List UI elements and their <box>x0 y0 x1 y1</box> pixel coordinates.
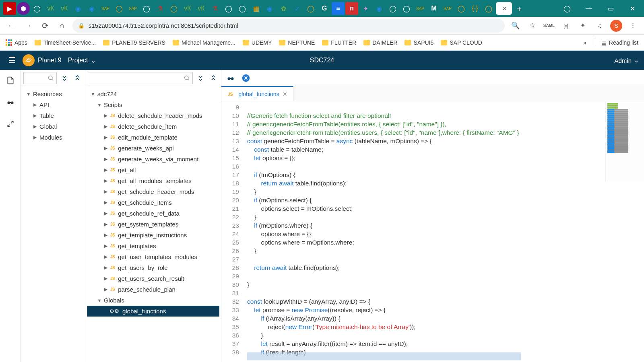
json-icon[interactable]: {▪} <box>559 19 572 32</box>
expand-all-button[interactable] <box>195 73 206 83</box>
browser-tab[interactable]: ◯ <box>482 2 495 15</box>
script-item[interactable]: JSget_users_search_result <box>87 273 219 284</box>
browser-tab[interactable]: ✦ <box>359 2 372 15</box>
script-item[interactable]: JSget_all <box>87 165 219 175</box>
expand-icon[interactable] <box>4 117 17 130</box>
browser-tab[interactable]: ◯ <box>386 2 399 15</box>
new-tab-button[interactable]: ＋ <box>513 2 526 15</box>
script-item[interactable]: JSgenerate_weeks_api <box>87 143 219 154</box>
code-content[interactable]: //Generic fetch function select and filt… <box>243 101 644 362</box>
apps-button[interactable]: Apps <box>6 39 27 46</box>
tree-node[interactable]: API <box>23 99 83 110</box>
collapse-all-button[interactable] <box>72 73 83 83</box>
minimize-button[interactable]: ― <box>580 2 597 15</box>
hamburger-menu[interactable]: ☰ <box>5 56 19 65</box>
script-item[interactable]: JSget_users_by_role <box>87 262 219 273</box>
close-window-button[interactable]: ✕ <box>624 2 641 15</box>
binoculars-icon[interactable] <box>4 96 17 109</box>
browser-tab[interactable]: ◯ <box>236 2 249 15</box>
browser-tab-active[interactable]: ✕ <box>496 2 512 15</box>
zoom-icon[interactable]: 🔍 <box>509 19 522 32</box>
browser-tab[interactable]: {·} <box>469 2 481 15</box>
reading-list-button[interactable]: ▤ Reading list <box>601 39 638 46</box>
browser-tab[interactable]: ◯ <box>113 2 126 15</box>
binoculars-icon[interactable] <box>225 73 236 83</box>
browser-tab[interactable]: ▦ <box>250 2 262 15</box>
script-item[interactable]: JSget_template_instructions <box>87 230 219 241</box>
browser-tab[interactable]: ◉ <box>373 2 386 15</box>
browser-tab[interactable]: SAP <box>126 2 139 15</box>
close-icon[interactable]: ✕ <box>502 5 507 12</box>
browser-tab[interactable]: SAP <box>441 2 454 15</box>
browser-tab[interactable]: п <box>345 2 358 15</box>
maximize-button[interactable]: ▭ <box>602 2 619 15</box>
back-button[interactable]: ← <box>5 19 18 32</box>
browser-tab[interactable]: ▶ <box>3 2 16 15</box>
reload-button[interactable]: ⟳ <box>39 19 52 32</box>
browser-tab[interactable]: M <box>427 2 440 15</box>
browser-tab[interactable]: ◯ <box>222 2 235 15</box>
minimap[interactable] <box>605 101 644 182</box>
browser-tab[interactable]: ◉ <box>72 2 85 15</box>
script-item[interactable]: JSgenerate_weeks_via_moment <box>87 154 219 165</box>
script-item[interactable]: JSparse_schedule_plan <box>87 284 219 295</box>
browser-tab[interactable]: ◯ <box>31 2 43 15</box>
browser-tab[interactable]: ◯ <box>455 2 468 15</box>
tree-node-globals[interactable]: Globals <box>87 295 219 306</box>
script-item[interactable]: JSget_system_templates <box>87 219 219 230</box>
tree-node[interactable]: Table <box>23 110 83 121</box>
close-icon[interactable]: ✕ <box>283 91 287 97</box>
browser-tab[interactable]: SAP <box>99 2 112 15</box>
script-item[interactable]: JSget_all_modules_templates <box>87 175 219 186</box>
tree-node[interactable]: Modules <box>23 132 83 143</box>
star-icon[interactable]: ☆ <box>526 19 539 32</box>
collapse-all-button[interactable] <box>208 73 219 83</box>
script-item[interactable]: JSedit_module_template <box>87 132 219 143</box>
search-input[interactable] <box>23 72 57 84</box>
browser-tab[interactable]: ◉ <box>85 2 98 15</box>
close-circle-icon[interactable] <box>241 73 251 83</box>
account-icon[interactable]: ◯ <box>559 2 576 15</box>
browser-tab[interactable]: ✿ <box>277 2 290 15</box>
tree-node-scripts[interactable]: Scripts <box>87 99 219 110</box>
playlist-icon[interactable]: ♫ <box>593 19 606 32</box>
url-bar[interactable]: 🔒 s152a0000174.tr152.corpintra.net:8081/… <box>72 19 505 33</box>
browser-tab[interactable]: ⚗ <box>208 2 221 15</box>
project-selector[interactable]: Project ⌄ <box>68 57 96 64</box>
editor-tab-global-functions[interactable]: JS global_functions ✕ <box>221 86 293 101</box>
script-item[interactable]: JSget_schedule_ref_data <box>87 208 219 219</box>
tree-root-project[interactable]: sdc724 <box>87 88 219 99</box>
browser-tab[interactable]: ⚗ <box>154 2 167 15</box>
browser-tab[interactable]: ◯ <box>304 2 317 15</box>
browser-tab[interactable]: ◉ <box>263 2 276 15</box>
browser-tab[interactable]: ✓ <box>291 2 303 15</box>
bookmarks-overflow[interactable]: » <box>583 39 586 46</box>
expand-all-button[interactable] <box>59 73 70 83</box>
browser-tab[interactable]: ◯ <box>400 2 413 15</box>
bookmark-item[interactable]: DAIMLER <box>363 39 397 46</box>
browser-tab[interactable]: G <box>318 2 331 15</box>
global-item-selected[interactable]: ⚙⚙global_functions <box>87 306 219 317</box>
bookmark-item[interactable]: SAPUI5 <box>405 39 433 46</box>
script-item[interactable]: JSdelete_schedule_item <box>87 121 219 132</box>
bookmark-item[interactable]: SAP CLOUD <box>441 39 482 46</box>
forward-button[interactable]: → <box>22 19 35 32</box>
extensions-icon[interactable]: ✦ <box>576 19 589 32</box>
script-item[interactable]: JSget_templates <box>87 241 219 251</box>
browser-tab[interactable]: ◯ <box>140 2 153 15</box>
code-editor[interactable]: 9101112131415161718192021222324252627282… <box>221 101 644 362</box>
bookmark-item[interactable]: NEPTUNE <box>279 39 315 46</box>
browser-tab[interactable]: ⬢ <box>17 2 30 15</box>
bookmark-item[interactable]: PLANET9 SERVERS <box>103 39 165 46</box>
bookmark-item[interactable]: TimeSheet-Service... <box>35 39 96 46</box>
browser-tab[interactable]: vК <box>44 2 57 15</box>
browser-tab[interactable]: vК <box>195 2 208 15</box>
saml-icon[interactable]: SAML <box>543 19 555 32</box>
bookmark-item[interactable]: Michael Manageme... <box>173 39 235 46</box>
script-item[interactable]: JSget_user_templates_modules <box>87 251 219 262</box>
kebab-menu-icon[interactable]: ⋮ <box>626 19 639 32</box>
profile-avatar[interactable]: S <box>610 20 622 32</box>
bookmark-item[interactable]: UDEMY <box>243 39 272 46</box>
admin-menu[interactable]: Admin ⌄ <box>614 57 639 64</box>
browser-tab[interactable]: vК <box>58 2 71 15</box>
